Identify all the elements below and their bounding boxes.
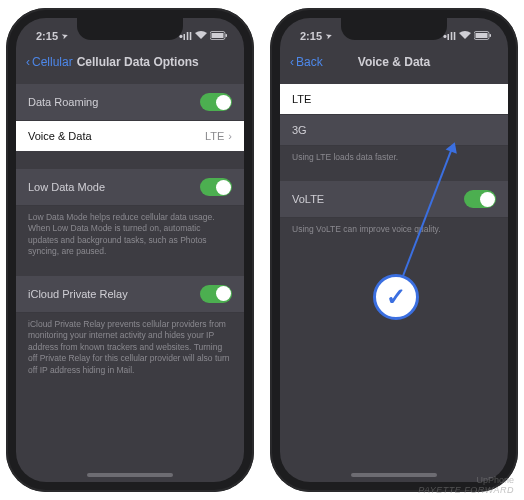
label: Voice & Data bbox=[28, 130, 92, 142]
screen-right: 2:15 ➤ •ıll ‹ Back Voice & Data bbox=[280, 18, 508, 482]
nav-back-label: Cellular bbox=[32, 55, 73, 69]
notch bbox=[77, 18, 183, 40]
nav-bar: ‹ Back Voice & Data bbox=[280, 46, 508, 78]
row-volte[interactable]: VoLTE bbox=[280, 181, 508, 218]
nav-bar: ‹ Cellular Cellular Data Options bbox=[16, 46, 244, 78]
watermark: UpPhone PAYETTE FORWARD bbox=[418, 476, 514, 496]
label: Data Roaming bbox=[28, 96, 98, 108]
label: VoLTE bbox=[292, 193, 324, 205]
note-lte: Using LTE loads data faster. bbox=[280, 146, 508, 163]
check-icon: ✓ bbox=[386, 283, 406, 311]
label: 3G bbox=[292, 124, 307, 136]
toggle-volte[interactable] bbox=[464, 190, 496, 208]
toggle-data-roaming[interactable] bbox=[200, 93, 232, 111]
battery-icon bbox=[474, 30, 492, 42]
notch bbox=[341, 18, 447, 40]
toggle-low-data-mode[interactable] bbox=[200, 178, 232, 196]
label: Low Data Mode bbox=[28, 181, 105, 193]
note-volte: Using VoLTE can improve voice quality. bbox=[280, 218, 508, 235]
value: LTE bbox=[205, 130, 224, 142]
label: LTE bbox=[292, 93, 311, 105]
nav-back-button[interactable]: ‹ Back bbox=[290, 55, 323, 69]
label: iCloud Private Relay bbox=[28, 288, 128, 300]
status-time: 2:15 bbox=[36, 30, 58, 42]
row-data-roaming[interactable]: Data Roaming bbox=[16, 84, 244, 121]
note-icloud-relay: iCloud Private Relay prevents cellular p… bbox=[16, 313, 244, 376]
phone-right: 2:15 ➤ •ıll ‹ Back Voice & Data bbox=[270, 8, 518, 492]
location-icon: ➤ bbox=[325, 31, 333, 41]
svg-rect-1 bbox=[212, 33, 224, 38]
chevron-right-icon: › bbox=[228, 130, 232, 142]
status-time: 2:15 bbox=[300, 30, 322, 42]
section-volte: VoLTE Using VoLTE can improve voice qual… bbox=[280, 181, 508, 235]
row-low-data-mode[interactable]: Low Data Mode bbox=[16, 169, 244, 206]
chevron-left-icon: ‹ bbox=[26, 55, 30, 69]
nav-title: Cellular Data Options bbox=[77, 55, 199, 69]
wifi-icon bbox=[459, 30, 471, 42]
note-low-data: Low Data Mode helps reduce cellular data… bbox=[16, 206, 244, 258]
section-network-options: LTE 3G Using LTE loads data faster. bbox=[280, 84, 508, 163]
tutorial-check-badge: ✓ bbox=[373, 274, 419, 320]
home-indicator[interactable] bbox=[87, 473, 173, 477]
section-low-data: Low Data Mode Low Data Mode helps reduce… bbox=[16, 169, 244, 258]
location-icon: ➤ bbox=[61, 31, 69, 41]
nav-back-label: Back bbox=[296, 55, 323, 69]
row-3g[interactable]: 3G bbox=[280, 115, 508, 146]
svg-rect-5 bbox=[490, 34, 492, 37]
phone-left: 2:15 ➤ •ıll ‹ Cellular Cellular Data Opt… bbox=[6, 8, 254, 492]
section-data-roaming: Data Roaming Voice & Data LTE › bbox=[16, 84, 244, 151]
screen-left: 2:15 ➤ •ıll ‹ Cellular Cellular Data Opt… bbox=[16, 18, 244, 482]
row-icloud-relay[interactable]: iCloud Private Relay bbox=[16, 276, 244, 313]
row-voice-data[interactable]: Voice & Data LTE › bbox=[16, 121, 244, 151]
battery-icon bbox=[210, 30, 228, 42]
svg-rect-4 bbox=[476, 33, 488, 38]
watermark-line2: PAYETTE FORWARD bbox=[418, 486, 514, 496]
row-lte[interactable]: LTE bbox=[280, 84, 508, 115]
wifi-icon bbox=[195, 30, 207, 42]
toggle-icloud-relay[interactable] bbox=[200, 285, 232, 303]
nav-back-button[interactable]: ‹ Cellular bbox=[26, 55, 73, 69]
chevron-left-icon: ‹ bbox=[290, 55, 294, 69]
section-icloud-relay: iCloud Private Relay iCloud Private Rela… bbox=[16, 276, 244, 376]
svg-rect-2 bbox=[226, 34, 228, 37]
